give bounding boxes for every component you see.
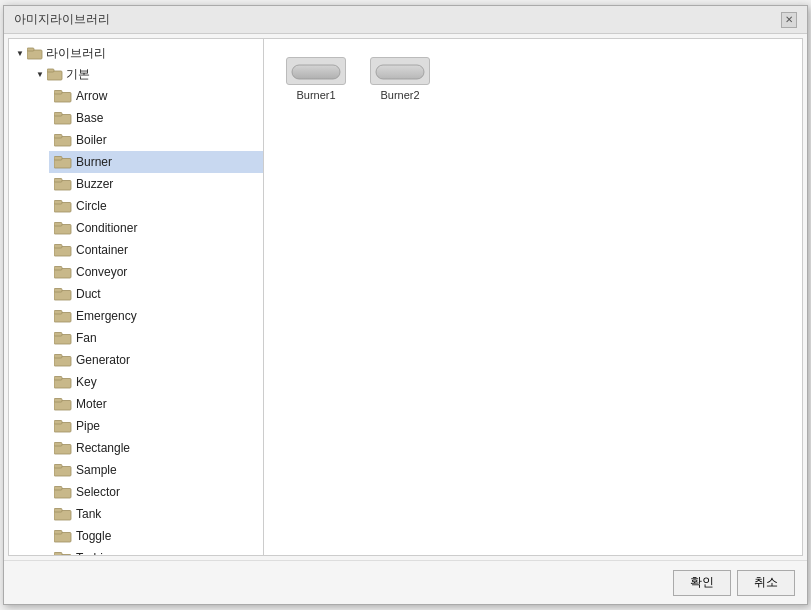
svg-rect-39 bbox=[54, 465, 62, 469]
tree-item-label: Container bbox=[76, 243, 128, 257]
root-label: 라이브러리 bbox=[46, 45, 106, 62]
tree-item-arrow[interactable]: Arrow bbox=[49, 85, 263, 107]
tree-item-tank[interactable]: Tank bbox=[49, 503, 263, 525]
confirm-button[interactable]: 확인 bbox=[673, 570, 731, 596]
tree-child-folder[interactable]: ▼ 기본 bbox=[29, 64, 263, 85]
tree-item-label: Pipe bbox=[76, 419, 100, 433]
svg-rect-47 bbox=[54, 553, 62, 556]
dialog-title: 아미지라이브러리 bbox=[14, 11, 110, 28]
tree-item-base[interactable]: Base bbox=[49, 107, 263, 129]
tree-item-turbin[interactable]: Turbin bbox=[49, 547, 263, 555]
svg-rect-7 bbox=[54, 113, 62, 117]
svg-rect-41 bbox=[54, 487, 62, 491]
svg-rect-35 bbox=[54, 421, 62, 425]
content-item-burner1[interactable]: Burner1 bbox=[286, 57, 346, 101]
tree-item-label: Circle bbox=[76, 199, 107, 213]
tree-children: ▼ 기본 Arrow Base Bo bbox=[9, 64, 263, 555]
tree-item-label: Fan bbox=[76, 331, 97, 345]
tree-item-moter[interactable]: Moter bbox=[49, 393, 263, 415]
item-folder-icon bbox=[53, 330, 73, 346]
item-folder-icon bbox=[53, 176, 73, 192]
tree-item-label: Buzzer bbox=[76, 177, 113, 191]
item-folder-icon bbox=[53, 352, 73, 368]
tree-root[interactable]: ▼ 라이브러리 bbox=[9, 43, 263, 64]
item-folder-icon bbox=[53, 308, 73, 324]
item-folder-icon bbox=[53, 528, 73, 544]
cancel-button[interactable]: 취소 bbox=[737, 570, 795, 596]
tree-panel: ▼ 라이브러리 ▼ bbox=[9, 39, 264, 555]
tree-item-conveyor[interactable]: Conveyor bbox=[49, 261, 263, 283]
item-folder-icon bbox=[53, 418, 73, 434]
svg-rect-9 bbox=[54, 135, 62, 139]
tree-item-buzzer[interactable]: Buzzer bbox=[49, 173, 263, 195]
item-folder-icon bbox=[53, 132, 73, 148]
item-folder-icon bbox=[53, 440, 73, 456]
root-folder-icon bbox=[27, 47, 43, 61]
item-folder-icon bbox=[53, 154, 73, 170]
tree-item-label: Key bbox=[76, 375, 97, 389]
item-folder-icon bbox=[53, 88, 73, 104]
content-item-burner2[interactable]: Burner2 bbox=[370, 57, 430, 101]
svg-rect-13 bbox=[54, 179, 62, 183]
svg-rect-3 bbox=[47, 69, 54, 72]
root-expand-arrow: ▼ bbox=[13, 47, 27, 61]
svg-rect-19 bbox=[54, 245, 62, 249]
tree-item-generator[interactable]: Generator bbox=[49, 349, 263, 371]
child-expand-arrow: ▼ bbox=[33, 68, 47, 82]
item-folder-icon bbox=[53, 198, 73, 214]
item-folder-icon bbox=[53, 374, 73, 390]
tree-items-list: Arrow Base Boiler Burner Buzzer Circle C… bbox=[29, 85, 263, 555]
tree-item-label: Conveyor bbox=[76, 265, 127, 279]
svg-rect-49 bbox=[376, 65, 424, 79]
image-label-burner2: Burner2 bbox=[380, 89, 419, 101]
item-folder-icon bbox=[53, 462, 73, 478]
dialog-body: ▼ 라이브러리 ▼ bbox=[8, 38, 803, 556]
tree-item-fan[interactable]: Fan bbox=[49, 327, 263, 349]
title-bar: 아미지라이브러리 ✕ bbox=[4, 6, 807, 34]
child-folder-icon bbox=[47, 68, 63, 82]
item-folder-icon bbox=[53, 264, 73, 280]
tree-item-boiler[interactable]: Boiler bbox=[49, 129, 263, 151]
tree-item-emergency[interactable]: Emergency bbox=[49, 305, 263, 327]
svg-rect-17 bbox=[54, 223, 62, 227]
svg-rect-1 bbox=[27, 48, 34, 51]
image-label-burner1: Burner1 bbox=[296, 89, 335, 101]
tree-item-label: Base bbox=[76, 111, 103, 125]
tree-item-label: Conditioner bbox=[76, 221, 137, 235]
tree-item-container[interactable]: Container bbox=[49, 239, 263, 261]
svg-rect-45 bbox=[54, 531, 62, 535]
item-folder-icon bbox=[53, 110, 73, 126]
image-library-dialog: 아미지라이브러리 ✕ ▼ 라이브러리 bbox=[3, 5, 808, 605]
tree-item-label: Generator bbox=[76, 353, 130, 367]
tree-item-label: Burner bbox=[76, 155, 112, 169]
svg-rect-11 bbox=[54, 157, 62, 161]
content-panel: Burner1 Burner2 bbox=[264, 39, 802, 555]
tree-item-circle[interactable]: Circle bbox=[49, 195, 263, 217]
tree-scroll[interactable]: ▼ 라이브러리 ▼ bbox=[9, 39, 263, 555]
tree-item-key[interactable]: Key bbox=[49, 371, 263, 393]
tree-item-label: Arrow bbox=[76, 89, 107, 103]
dialog-footer: 확인 취소 bbox=[4, 560, 807, 604]
tree-item-label: Moter bbox=[76, 397, 107, 411]
svg-rect-27 bbox=[54, 333, 62, 337]
tree-item-burner[interactable]: Burner bbox=[49, 151, 263, 173]
tree-item-rectangle[interactable]: Rectangle bbox=[49, 437, 263, 459]
tree-item-label: Rectangle bbox=[76, 441, 130, 455]
close-button[interactable]: ✕ bbox=[781, 12, 797, 28]
tree-item-selector[interactable]: Selector bbox=[49, 481, 263, 503]
svg-rect-29 bbox=[54, 355, 62, 359]
tree-item-duct[interactable]: Duct bbox=[49, 283, 263, 305]
tree-item-toggle[interactable]: Toggle bbox=[49, 525, 263, 547]
tree-item-pipe[interactable]: Pipe bbox=[49, 415, 263, 437]
tree-item-label: Tank bbox=[76, 507, 101, 521]
svg-rect-15 bbox=[54, 201, 62, 205]
tree-item-sample[interactable]: Sample bbox=[49, 459, 263, 481]
tree-item-label: Selector bbox=[76, 485, 120, 499]
tree-item-conditioner[interactable]: Conditioner bbox=[49, 217, 263, 239]
tree-item-label: Boiler bbox=[76, 133, 107, 147]
svg-rect-21 bbox=[54, 267, 62, 271]
item-folder-icon bbox=[53, 396, 73, 412]
svg-rect-43 bbox=[54, 509, 62, 513]
tree-item-label: Duct bbox=[76, 287, 101, 301]
item-folder-icon bbox=[53, 286, 73, 302]
